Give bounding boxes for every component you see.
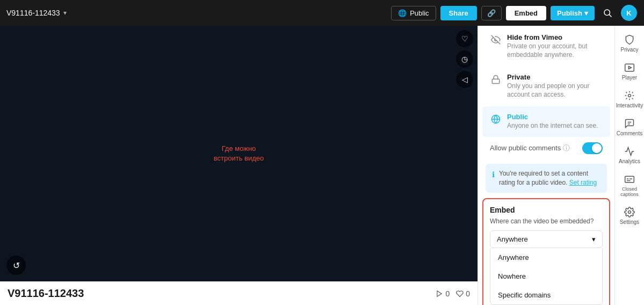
privacy-option-public[interactable]: Public Anyone on the internet can see. [482,106,610,137]
privacy-panel: Hide from Vimeo Private on your account,… [477,26,614,305]
embed-button[interactable]: Embed [506,6,546,20]
embed-dropdown-menu: Anywhere Nowhere Specific domains [490,248,603,305]
svg-rect-4 [492,79,500,83]
video-footer: V91116-112433 0 0 [0,281,477,305]
private-description: Only you and people on your account can … [507,82,603,99]
publish-button[interactable]: Publish ▾ [551,6,595,20]
privacy-option-private[interactable]: Private Only you and people on your acco… [482,67,610,105]
embed-hint-line1: Где можно [222,144,256,152]
info-text: You're required to set a content rating … [499,169,600,187]
play-icon [436,290,443,297]
sidebar-item-captions[interactable]: Closed captions [615,170,644,201]
info-box: ℹ You're required to set a content ratin… [486,164,607,193]
private-title: Private [507,73,603,81]
comments-toggle[interactable] [582,142,603,154]
publish-label: Publish [557,9,582,17]
info-circle-icon: ℹ [492,170,495,180]
sidebar-item-player[interactable]: Player [615,58,644,85]
heart-icon [456,290,464,297]
svg-marker-2 [437,291,442,296]
sidebar-privacy-label: Privacy [621,47,639,53]
public-text: Public Anyone on the internet can see. [507,113,598,130]
video-title: V91116-112433 [8,287,84,300]
like-overlay-button[interactable]: ♡ [456,30,473,47]
header-right: 🌐 Public Share 🔗 Embed Publish ▾ K [391,4,638,21]
sidebar-item-comments[interactable]: Comments [615,114,644,141]
search-icon [603,8,612,18]
sidebar-item-privacy[interactable]: Privacy [615,30,644,57]
video-overlay-controls: ♡ ◷ ◁ [456,30,473,88]
embed-dropdown-button[interactable]: Anywhere ▾ [490,230,603,248]
embed-selected-option: Anywhere [497,235,528,243]
settings-icon [624,207,635,217]
watch-later-overlay-button[interactable]: ◷ [456,50,473,68]
toggle-text: Allow public comments [490,144,561,152]
privacy-icon [624,34,635,45]
header-left: V91116-112433 ▾ [6,9,67,17]
dropdown-chevron-icon: ▾ [592,235,596,243]
svg-point-9 [628,95,631,97]
link-button[interactable]: 🔗 [481,6,502,20]
avatar: K [621,5,637,21]
sidebar-captions-label: Closed captions [617,186,642,197]
publish-chevron-icon: ▾ [584,9,588,17]
sidebar-item-interactivity[interactable]: Interactivity [615,86,644,113]
analytics-icon [624,146,635,157]
header: V91116-112433 ▾ 🌐 Public Share 🔗 Embed P… [0,0,644,26]
hide-text: Hide from Vimeo Private on your account,… [507,33,603,59]
embed-hint: Где можно встроить видео [214,144,264,163]
sidebar-comments-label: Comments [617,130,642,136]
public-title: Public [507,113,598,121]
svg-rect-12 [625,176,634,183]
public-label: Public [410,9,429,17]
video-player[interactable]: ♡ ◷ ◁ Где можно встроить видео ↺ [0,26,477,281]
embed-option-anywhere[interactable]: Anywhere [490,248,602,267]
embed-hint-line2: встроить видео [214,154,264,162]
svg-marker-8 [628,67,631,69]
embed-option-nowhere[interactable]: Nowhere [490,267,602,286]
globe-icon: 🌐 [398,9,407,17]
set-rating-link[interactable]: Set rating [569,179,597,186]
hide-title: Hide from Vimeo [507,33,603,41]
comments-icon [624,118,635,129]
private-text: Private Only you and people on your acco… [507,73,603,99]
panel-scroll: Hide from Vimeo Private on your account,… [478,26,614,305]
reload-button[interactable]: ↺ [6,256,26,275]
lock-icon [490,74,502,85]
sidebar-item-settings[interactable]: Settings [615,202,644,229]
embed-section: Embed Where can the video be embedded? A… [482,198,610,305]
hide-icon [490,34,502,46]
right-sidebar: Privacy Player Interactivity Comments An… [614,26,644,305]
player-icon [624,62,635,73]
globe-privacy-icon [490,113,502,125]
sidebar-interactivity-label: Interactivity [616,103,643,108]
svg-rect-7 [625,64,634,71]
sidebar-analytics-label: Analytics [619,158,640,164]
share-button[interactable]: Share [440,6,477,20]
svg-line-1 [609,14,611,17]
privacy-option-hide[interactable]: Hide from Vimeo Private on your account,… [482,27,610,66]
likes-count: 0 [466,289,470,298]
interactivity-icon [624,90,635,101]
public-button[interactable]: 🌐 Public [391,6,436,20]
comments-toggle-row: Allow public comments ⓘ [482,138,610,158]
share-overlay-button[interactable]: ◁ [456,71,473,88]
sidebar-item-analytics[interactable]: Analytics [615,142,644,169]
search-button[interactable] [599,4,616,21]
video-stats: 0 0 [436,289,470,298]
video-area: ♡ ◷ ◁ Где можно встроить видео ↺ V91116-… [0,26,477,305]
main-area: ♡ ◷ ◁ Где можно встроить видео ↺ V91116-… [0,26,644,305]
avatar-button[interactable]: K [620,4,638,21]
embed-section-title: Embed [490,206,603,214]
captions-icon [624,174,635,185]
video-title-header: V91116-112433 [6,9,60,17]
svg-point-16 [628,211,631,214]
header-chevron-icon: ▾ [63,9,67,17]
link-icon: 🔗 [487,9,496,17]
embed-option-specific-domains[interactable]: Specific domains [490,286,602,304]
toggle-label: Allow public comments ⓘ [490,143,570,153]
sidebar-settings-label: Settings [620,219,639,225]
toggle-knob [592,143,602,153]
hide-description: Private on your account, but embeddable … [507,42,603,59]
sidebar-player-label: Player [622,75,637,81]
